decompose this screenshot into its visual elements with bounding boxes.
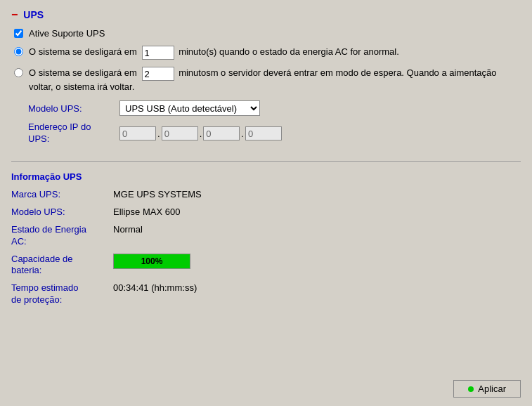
capacity-label-line1: Capacidade de bbox=[11, 254, 72, 264]
model-label: Modelo UPS: bbox=[28, 103, 119, 114]
ups-enable-row: Ative Suporte UPS bbox=[14, 28, 521, 39]
model-row: Modelo UPS: UPS USB (Auto detectável) bbox=[28, 100, 521, 116]
radio2-row: O sistema se desligará em minutosm o ser… bbox=[14, 67, 521, 93]
ip-octet3[interactable] bbox=[203, 126, 240, 140]
capacity-label-line2: bateria: bbox=[11, 265, 41, 275]
ip-inputs: . . . bbox=[119, 126, 282, 140]
ip-octet4[interactable] bbox=[245, 126, 282, 140]
radio2-input[interactable] bbox=[14, 68, 23, 77]
radio2-text: O sistema se desligará em minutosm o ser… bbox=[29, 67, 521, 93]
time-value: 00:34:41 (hh:mm:ss) bbox=[113, 282, 197, 293]
apply-button[interactable]: Aplicar bbox=[453, 380, 521, 398]
battery-percent: 100% bbox=[114, 256, 190, 266]
radio1-text-before: O sistema se desligará em bbox=[29, 46, 137, 57]
divider bbox=[11, 161, 521, 162]
battery-bar-container: 100% bbox=[113, 254, 190, 269]
time-label-line1: Tempo estimado bbox=[11, 282, 78, 293]
capacity-label: Capacidade de bateria: bbox=[11, 254, 113, 277]
model-select[interactable]: UPS USB (Auto detectável) bbox=[119, 100, 260, 116]
ip-dot2: . bbox=[200, 129, 202, 139]
collapse-icon[interactable]: − bbox=[11, 8, 18, 21]
ups-enable-label: Ative Suporte UPS bbox=[29, 28, 105, 39]
radio1-minutes-input[interactable] bbox=[142, 46, 174, 60]
capacity-row: Capacidade de bateria: 100% bbox=[11, 254, 521, 277]
radio1-row: O sistema se desligará em minuto(s) quan… bbox=[14, 46, 521, 60]
info-model-label: Modelo UPS: bbox=[11, 207, 113, 218]
section-title: UPS bbox=[23, 9, 44, 20]
energy-label-line1: Estado de Energia bbox=[11, 224, 86, 235]
radio1-text-after: minuto(s) quando o estado da energia AC … bbox=[179, 46, 399, 57]
brand-row: Marca UPS: MGE UPS SYSTEMS bbox=[11, 189, 521, 201]
time-row: Tempo estimado de proteção: 00:34:41 (hh… bbox=[11, 282, 521, 306]
apply-label: Aplicar bbox=[478, 384, 506, 394]
ip-octet2[interactable] bbox=[162, 126, 198, 140]
apply-dot-icon bbox=[468, 386, 474, 392]
battery-bar-fill: 100% bbox=[114, 254, 190, 268]
ip-label-line2: UPS: bbox=[28, 133, 49, 144]
ups-enable-checkbox[interactable] bbox=[14, 29, 23, 38]
ip-octet1[interactable] bbox=[119, 126, 156, 140]
brand-label: Marca UPS: bbox=[11, 189, 113, 201]
info-title: Informação UPS bbox=[11, 171, 521, 182]
energy-label: Estado de Energia AC: bbox=[11, 224, 113, 248]
info-model-row: Modelo UPS: Ellipse MAX 600 bbox=[11, 207, 521, 218]
main-container: − UPS Ative Suporte UPS O sistema se des… bbox=[0, 0, 532, 406]
radio1-input[interactable] bbox=[14, 47, 23, 56]
time-label: Tempo estimado de proteção: bbox=[11, 282, 113, 306]
ip-label-line1: Endereço IP do bbox=[28, 122, 91, 132]
ip-row: Endereço IP do UPS: . . . bbox=[28, 122, 521, 145]
energy-label-line2: AC: bbox=[11, 236, 27, 247]
bottom-bar: Aplicar bbox=[11, 374, 521, 398]
radio2-minutes-input[interactable] bbox=[142, 67, 174, 81]
energy-row: Estado de Energia AC: Normal bbox=[11, 224, 521, 248]
brand-value: MGE UPS SYSTEMS bbox=[113, 189, 202, 199]
ip-dot3: . bbox=[241, 129, 244, 139]
info-model-value: Ellipse MAX 600 bbox=[113, 207, 180, 217]
radio2-text-before: O sistema se desligará em bbox=[29, 67, 137, 78]
ip-label: Endereço IP do UPS: bbox=[28, 122, 119, 145]
radio1-text: O sistema se desligará em minuto(s) quan… bbox=[29, 46, 521, 60]
ip-dot1: . bbox=[157, 129, 160, 139]
time-label-line2: de proteção: bbox=[11, 294, 62, 305]
energy-value: Normal bbox=[113, 224, 143, 235]
section-header: − UPS bbox=[11, 8, 521, 21]
info-section: Informação UPS Marca UPS: MGE UPS SYSTEM… bbox=[11, 171, 521, 312]
